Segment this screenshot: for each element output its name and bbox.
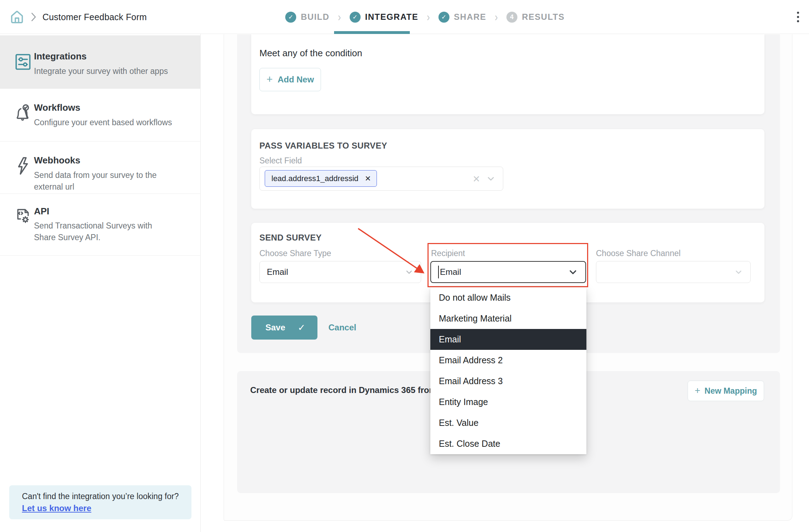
sidebar-item-subtitle: Send Transactional Surveys with Share Su… — [34, 220, 176, 243]
more-options-kebab-icon[interactable] — [793, 9, 803, 25]
dropdown-option[interactable]: Est. Close Date — [430, 433, 586, 454]
clear-selection-icon[interactable]: ✕ — [472, 167, 480, 191]
share-channel-select[interactable] — [596, 261, 751, 283]
let-us-know-link[interactable]: Let us know here — [22, 503, 91, 513]
sidebar-item-title: API — [34, 206, 49, 217]
sidebar-item-title: Workflows — [34, 102, 80, 113]
sidebar-item-subtitle: Configure your event based workflows — [34, 117, 183, 128]
conditions-title: Meet any of the condition — [259, 48, 362, 59]
code-doc-gear-icon — [13, 207, 33, 227]
dropdown-option[interactable]: Email Address 3 — [430, 371, 586, 392]
select-field-multiselect[interactable]: lead.address1_addressid ✕ ✕ — [259, 167, 503, 191]
sidebar-item-workflows[interactable]: Workflows Configure your event based wor… — [0, 89, 201, 141]
sidebar-item-title: Webhooks — [34, 155, 80, 166]
active-step-underline — [334, 31, 410, 34]
chevron-down-icon — [405, 261, 414, 283]
selected-field-tag: lead.address1_addressid ✕ — [265, 170, 377, 187]
sidebar-item-subtitle: Send data from your survey to the extern… — [34, 169, 183, 193]
step-label: RESULTS — [522, 12, 565, 22]
dropdown-option[interactable]: Est. Value — [430, 412, 586, 433]
breadcrumb-chevron-icon — [28, 8, 39, 25]
sidebar-item-api[interactable]: API Send Transactional Surveys with Shar… — [0, 194, 201, 256]
send-survey-heading: SEND SURVEY — [259, 233, 322, 243]
save-button[interactable]: Save ✓ — [251, 316, 317, 340]
step-results[interactable]: 4 RESULTS — [506, 12, 565, 23]
wizard-steps: ✓ BUILD › ✓ INTEGRATE › ✓ SHARE › 4 RESU… — [285, 0, 564, 34]
pass-variables-heading: PASS VARIABLES TO SURVEY — [259, 141, 387, 151]
cancel-button[interactable]: Cancel — [328, 316, 356, 340]
check-circle-icon: ✓ — [438, 12, 449, 23]
share-type-label: Choose Share Type — [259, 249, 331, 258]
step-build[interactable]: ✓ BUILD — [285, 12, 329, 23]
page-title: Customer Feedback Form — [42, 0, 147, 34]
sliders-icon — [13, 52, 33, 72]
text-cursor — [438, 266, 439, 278]
recipient-select[interactable]: Email — [430, 261, 586, 283]
dropdown-option[interactable]: Email Address 2 — [430, 350, 586, 371]
remove-tag-icon[interactable]: ✕ — [365, 174, 371, 183]
integrations-sidebar: Integrations Integrate your survey with … — [0, 34, 201, 532]
step-label: INTEGRATE — [365, 12, 418, 22]
home-button[interactable] — [8, 8, 26, 26]
step-label: BUILD — [301, 12, 329, 22]
add-new-label: Add New — [277, 75, 314, 85]
selected-field-tag-label: lead.address1_addressid — [271, 174, 358, 183]
top-header: Customer Feedback Form ✓ BUILD › ✓ INTEG… — [0, 0, 809, 34]
integration-help-note: Can't find the integration you’re lookin… — [9, 485, 191, 519]
home-icon — [9, 9, 25, 25]
step-integrate[interactable]: ✓ INTEGRATE — [350, 12, 418, 23]
help-note-text: Can't find the integration you’re lookin… — [22, 492, 191, 501]
conditions-card: Meet any of the condition + Add New — [251, 34, 764, 114]
save-label: Save — [265, 323, 285, 332]
dropdown-option-selected[interactable]: Email — [430, 329, 586, 350]
sidebar-item-subtitle: Integrate your survey with other apps — [34, 65, 183, 77]
chevron-down-icon[interactable] — [486, 167, 496, 190]
sidebar-item-integrations[interactable]: Integrations Integrate your survey with … — [0, 35, 201, 89]
recipient-value: Email — [440, 267, 461, 277]
share-type-value: Email — [267, 267, 288, 277]
recipient-label: Recipient — [431, 249, 465, 258]
step-separator-chevron-icon: › — [427, 10, 430, 24]
step-separator-chevron-icon: › — [338, 10, 341, 24]
share-type-select[interactable]: Email — [259, 261, 421, 283]
dropdown-option[interactable]: Marketing Material — [430, 308, 586, 329]
new-mapping-button[interactable]: + New Mapping — [688, 381, 764, 401]
lightning-icon — [13, 156, 33, 176]
step-label: SHARE — [454, 12, 487, 22]
app-screen: Customer Feedback Form ✓ BUILD › ✓ INTEG… — [0, 0, 809, 532]
step-separator-chevron-icon: › — [495, 10, 498, 24]
bell-check-icon — [13, 103, 33, 123]
check-circle-icon: ✓ — [285, 12, 296, 23]
step-number-circle: 4 — [506, 12, 517, 23]
check-icon: ✓ — [298, 322, 305, 333]
sidebar-item-title: Integrations — [34, 51, 87, 62]
pass-variables-card: PASS VARIABLES TO SURVEY Select Field le… — [251, 129, 764, 209]
dropdown-option[interactable]: Entity Image — [430, 392, 586, 412]
chevron-down-icon — [568, 262, 578, 282]
select-field-label: Select Field — [259, 156, 302, 166]
plus-icon: + — [266, 73, 273, 85]
sidebar-item-webhooks[interactable]: Webhooks Send data from your survey to t… — [0, 141, 201, 194]
dropdown-option[interactable]: Do not allow Mails — [430, 287, 586, 308]
add-new-condition-button[interactable]: + Add New — [259, 68, 321, 91]
chevron-down-icon — [734, 261, 743, 283]
recipient-dropdown-menu: Do not allow Mails Marketing Material Em… — [430, 287, 586, 454]
step-share[interactable]: ✓ SHARE — [438, 12, 487, 23]
plus-icon: + — [695, 385, 700, 396]
new-mapping-label: New Mapping — [705, 386, 757, 396]
share-channel-label: Choose Share Channel — [596, 249, 681, 258]
check-circle-icon: ✓ — [350, 12, 361, 23]
